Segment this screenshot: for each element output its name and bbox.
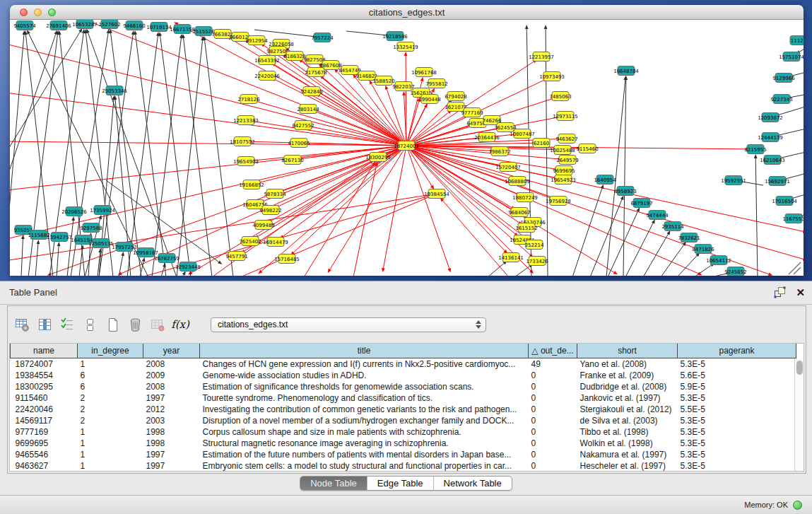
network-edge[interactable] — [779, 127, 804, 135]
network-edge[interactable] — [546, 29, 548, 276]
network-edge[interactable] — [184, 38, 212, 276]
table-row[interactable]: 1938455462009Genome-wide association stu… — [11, 370, 796, 381]
network-window[interactable]: citations_edges.txt 94055742769140610653… — [10, 5, 804, 276]
node-label: 25053346 — [102, 88, 127, 94]
network-edge[interactable] — [608, 211, 638, 276]
select-rows-icon[interactable] — [59, 317, 75, 332]
column-header-name[interactable]: name — [11, 344, 78, 358]
node-label: 19384554 — [424, 192, 449, 197]
column-header-out_de[interactable]: △ out_de... — [529, 344, 577, 358]
delete-row-icon[interactable] — [127, 317, 143, 332]
network-edge[interactable] — [10, 93, 406, 146]
table-row[interactable]: 911546021997Tourette syndrome. Phenomeno… — [11, 392, 796, 404]
table-cell: Dudbridge et al. (2008) — [577, 381, 678, 392]
column-header-pagerank[interactable]: pagerank — [678, 344, 796, 358]
node-label: 17016504 — [772, 199, 797, 204]
network-edge[interactable] — [623, 80, 626, 276]
node-label: 10961768 — [411, 70, 437, 76]
table-row[interactable]: 2242004622012Investigating the contribut… — [11, 404, 796, 415]
edge-arrowhead-icon — [420, 77, 424, 81]
table-selector-dropdown[interactable]: citations_edges.txt — [211, 317, 486, 332]
network-edge[interactable] — [406, 112, 449, 146]
network-edge[interactable] — [79, 249, 83, 276]
edge-arrowhead-icon — [37, 240, 40, 244]
node-label: 18107552 — [230, 139, 255, 145]
network-canvas[interactable]: 9405574276914061065328715276029466160107… — [10, 20, 804, 276]
network-edge[interactable] — [406, 146, 769, 274]
minimize-window-icon[interactable] — [34, 8, 42, 16]
scrollbar-thumb[interactable] — [796, 361, 803, 375]
edge-arrowhead-icon — [601, 185, 604, 189]
network-edge[interactable] — [182, 274, 184, 276]
zoom-window-icon[interactable] — [48, 8, 56, 16]
network-edge[interactable] — [261, 146, 406, 182]
node-label: 14136141 — [498, 255, 524, 261]
edge-arrowhead-icon — [27, 30, 30, 34]
network-edge[interactable] — [346, 31, 386, 35]
network-edge[interactable] — [799, 46, 804, 52]
network-edge[interactable] — [406, 146, 803, 231]
column-header-in_degree[interactable]: in_degree — [78, 344, 143, 358]
float-window-icon[interactable] — [774, 286, 786, 298]
node-label: 4170065 — [288, 141, 310, 146]
node-label: 19166852 — [239, 182, 264, 188]
column-header-title[interactable]: title — [200, 344, 529, 358]
network-edge[interactable] — [319, 95, 406, 146]
column-settings-icon[interactable] — [37, 317, 52, 332]
network-window-titlebar[interactable]: citations_edges.txt — [10, 5, 804, 20]
tab-edge-table[interactable]: Edge Table — [367, 477, 434, 490]
tab-node-table[interactable]: Node Table — [300, 477, 367, 490]
node-label: 18724007 — [394, 144, 419, 149]
edge-arrowhead-icon — [402, 91, 406, 95]
network-edge[interactable] — [152, 38, 181, 276]
network-edge[interactable] — [10, 35, 24, 276]
network-edge[interactable] — [406, 107, 425, 146]
network-edge[interactable] — [779, 105, 804, 115]
network-edge[interactable] — [406, 146, 515, 234]
network-edge[interactable] — [802, 212, 804, 216]
node-label: 1733426 — [526, 259, 548, 264]
network-edge[interactable] — [10, 141, 406, 146]
function-builder-icon[interactable]: f(x) — [172, 317, 188, 332]
network-edge[interactable] — [111, 33, 141, 276]
close-panel-icon[interactable]: ✕ — [796, 287, 805, 298]
table-row[interactable]: 1456911722003Disruption of a novel membe… — [11, 415, 796, 426]
close-window-icon[interactable] — [20, 8, 28, 16]
table-cell: 19384554 — [11, 370, 78, 381]
network-edge[interactable] — [787, 172, 804, 179]
network-edge[interactable] — [406, 146, 449, 269]
node-label: 7955812 — [425, 81, 447, 87]
network-edge[interactable] — [661, 245, 683, 276]
network-edge[interactable] — [205, 40, 233, 276]
column-header-short[interactable]: short — [577, 344, 678, 358]
table-row[interactable]: 946362711997Embryonic stem cells: a mode… — [11, 460, 796, 472]
network-edge[interactable] — [35, 244, 38, 276]
table-row[interactable]: 946554611997Estimation of the future num… — [11, 449, 796, 460]
new-table-icon[interactable] — [105, 317, 120, 332]
table-row[interactable]: 977716911998Corpus callosum shape and si… — [11, 426, 796, 438]
node-label: 16648784 — [613, 69, 639, 74]
network-edge[interactable] — [514, 267, 529, 276]
table-cell: Franke et al. (2009) — [577, 370, 678, 381]
network-edge[interactable] — [694, 265, 711, 276]
column-header-year[interactable]: year — [143, 344, 200, 358]
network-edge[interactable] — [443, 201, 509, 276]
network-edge[interactable] — [160, 36, 191, 276]
table-row[interactable]: 1830029562008Estimation of significance … — [11, 381, 796, 392]
network-edge[interactable] — [10, 32, 80, 163]
table-vertical-scrollbar[interactable] — [794, 358, 804, 471]
row-height-icon[interactable] — [82, 317, 98, 332]
tab-network-table[interactable]: Network Table — [434, 477, 512, 490]
network-edge[interactable] — [21, 239, 23, 276]
table-cell: Tibbo et al. (1998) — [577, 426, 678, 438]
table-settings-icon[interactable] — [14, 317, 30, 332]
network-edge[interactable] — [488, 263, 504, 276]
resize-grip[interactable] — [789, 262, 801, 274]
node-label: 15751074 — [779, 54, 804, 60]
table-row[interactable]: 969969511998Structural magnetic resonanc… — [11, 438, 796, 449]
network-edge[interactable] — [10, 146, 406, 238]
network-edge[interactable] — [755, 158, 758, 276]
table-row[interactable]: 1872400712008Changes of HCN gene express… — [11, 358, 796, 370]
edge-arrowhead-icon — [86, 29, 90, 33]
network-edge[interactable] — [793, 192, 804, 198]
